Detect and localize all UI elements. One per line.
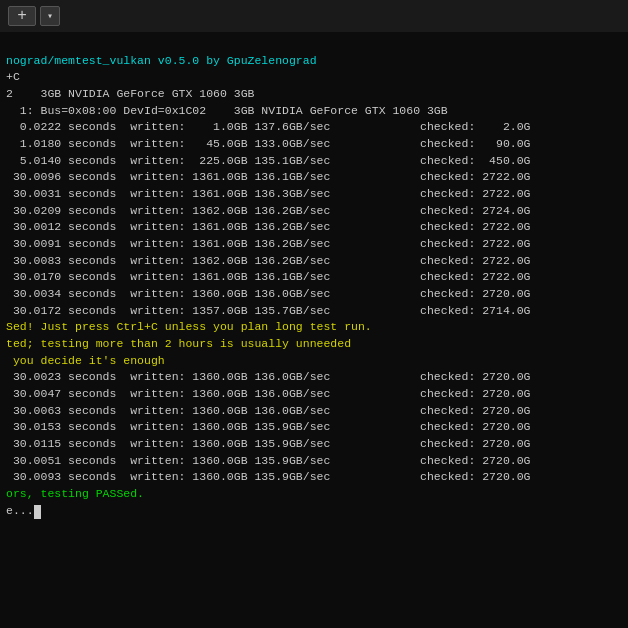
terminal-line: 30.0172 seconds written: 1357.0GB 135.7G… — [6, 303, 622, 320]
terminal-line: 0.0222 seconds written: 1.0GB 137.6GB/se… — [6, 119, 622, 136]
terminal-line: ted; testing more than 2 hours is usuall… — [6, 336, 622, 353]
terminal-line: 30.0063 seconds written: 1360.0GB 136.0G… — [6, 403, 622, 420]
terminal-line: 30.0096 seconds written: 1361.0GB 136.1G… — [6, 169, 622, 186]
terminal-line: 5.0140 seconds written: 225.0GB 135.1GB/… — [6, 153, 622, 170]
terminal-output: nograd/memtest_vulkan v0.5.0 by GpuZelen… — [0, 32, 628, 628]
terminal-line: 30.0047 seconds written: 1360.0GB 136.0G… — [6, 386, 622, 403]
terminal-line: 1.0180 seconds written: 45.0GB 133.0GB/s… — [6, 136, 622, 153]
terminal-line: 30.0091 seconds written: 1361.0GB 136.2G… — [6, 236, 622, 253]
terminal-line: 30.0209 seconds written: 1362.0GB 136.2G… — [6, 203, 622, 220]
terminal-line: 30.0093 seconds written: 1360.0GB 135.9G… — [6, 469, 622, 486]
terminal-line: you decide it's enough — [6, 353, 622, 370]
new-tab-button[interactable]: + — [8, 6, 36, 26]
terminal-line: 30.0023 seconds written: 1360.0GB 136.0G… — [6, 369, 622, 386]
terminal-line: 2 3GB NVIDIA GeForce GTX 1060 3GB — [6, 86, 622, 103]
terminal-line: 1: Bus=0x08:00 DevId=0x1C02 3GB NVIDIA G… — [6, 103, 622, 120]
terminal-line: +C — [6, 69, 622, 86]
terminal-line: 30.0012 seconds written: 1361.0GB 136.2G… — [6, 219, 622, 236]
terminal-line: ors, testing PASSed. — [6, 486, 622, 503]
terminal-line: 30.0153 seconds written: 1360.0GB 135.9G… — [6, 419, 622, 436]
terminal-line: e... — [6, 503, 622, 520]
tab-dropdown-button[interactable]: ▾ — [40, 6, 60, 26]
terminal-line: 30.0051 seconds written: 1360.0GB 135.9G… — [6, 453, 622, 470]
title-bar: + ▾ — [0, 0, 628, 32]
terminal-line: 30.0034 seconds written: 1360.0GB 136.0G… — [6, 286, 622, 303]
terminal-line: 30.0031 seconds written: 1361.0GB 136.3G… — [6, 186, 622, 203]
terminal-line: Sed! Just press Ctrl+C unless you plan l… — [6, 319, 622, 336]
terminal-line: nograd/memtest_vulkan v0.5.0 by GpuZelen… — [6, 53, 622, 70]
terminal-line: 30.0083 seconds written: 1362.0GB 136.2G… — [6, 253, 622, 270]
terminal-line: 30.0170 seconds written: 1361.0GB 136.1G… — [6, 269, 622, 286]
terminal-cursor — [34, 505, 41, 519]
terminal-line: 30.0115 seconds written: 1360.0GB 135.9G… — [6, 436, 622, 453]
